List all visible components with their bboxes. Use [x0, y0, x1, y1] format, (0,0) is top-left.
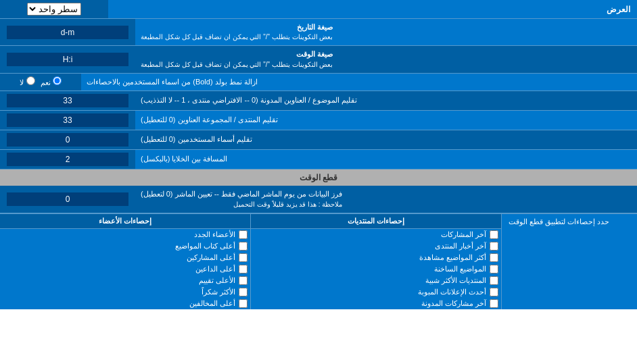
stat-member-2: أعلى كتاب المواضيع [0, 240, 250, 252]
cutoff-section-header: قطع الوقت [0, 170, 637, 186]
stat-member-3-check[interactable] [239, 253, 247, 262]
stat-forum-3: أكثر المواضيع مشاهدة [251, 252, 501, 263]
apply-label-cell: حدد إحصاءات لتطبيق قطع الوقت [502, 214, 637, 309]
forum-trim-label: تقليم المنتدى / المجموعة العناوين (0 للت… [135, 111, 637, 130]
stat-member-3: أعلى المشاركين [0, 252, 250, 263]
bold-no-radio[interactable] [26, 76, 35, 85]
stat-forum-4-check[interactable] [490, 265, 498, 274]
stat-member-1: الأعضاء الجدد [0, 229, 250, 240]
subject-trim-input-cell [0, 91, 135, 110]
bold-yes-radio[interactable] [53, 76, 62, 85]
cell-spacing-input-cell [0, 150, 135, 169]
cutoff-input[interactable] [7, 192, 128, 206]
forum-trim-input-cell [0, 111, 135, 130]
stat-forum-7-check[interactable] [490, 299, 498, 308]
stat-forum-1: آخر المشاركات [251, 229, 501, 240]
stat-forum-2-check[interactable] [490, 242, 498, 251]
stat-forum-6-check[interactable] [490, 288, 498, 296]
stat-forum-2: آخر أخبار المنتدى [251, 240, 501, 252]
stat-member-7: أعلى المخالفين [0, 298, 250, 309]
username-trim-label: تقليم أسماء المستخدمين (0 للتعطيل) [135, 130, 637, 149]
stat-forum-6: أحدث الإعلانات المبوبة [251, 286, 501, 298]
member-stats-header: إحصاءات الأعضاء [0, 214, 250, 229]
cell-spacing-input[interactable] [7, 153, 128, 166]
bold-remove-radio-cell: نعم لا [0, 74, 81, 90]
forum-stats-col: إحصاءات المنتديات آخر المشاركات آخر أخبا… [250, 214, 502, 309]
cutoff-row: فرز البيانات من يوم الماشر الماضي فقط --… [0, 186, 637, 213]
subject-trim-input[interactable] [7, 94, 128, 107]
stats-section: حدد إحصاءات لتطبيق قطع الوقت إحصاءات الم… [0, 213, 637, 309]
member-stats-col: إحصاءات الأعضاء الأعضاء الجدد أعلى كتاب … [0, 214, 250, 309]
stat-forum-1-check[interactable] [490, 230, 498, 239]
stat-member-2-check[interactable] [239, 242, 247, 251]
stat-forum-4: المواضيع الساخنة [251, 263, 501, 275]
username-trim-input-cell [0, 130, 135, 149]
bold-yes-label[interactable]: نعم [41, 76, 62, 87]
display-mode-cell: سطر واحد سطرين [0, 0, 108, 18]
stat-member-6: الأكثر شكراً [0, 286, 250, 298]
date-format-label: صيغة التاريخ بعض التكوينات يتطلب "/" الت… [135, 19, 637, 45]
date-format-input-cell [0, 19, 135, 45]
username-trim-row: تقليم أسماء المستخدمين (0 للتعطيل) [0, 130, 637, 150]
time-format-input[interactable] [7, 53, 128, 66]
cutoff-label: فرز البيانات من يوم الماشر الماضي فقط --… [135, 186, 637, 212]
cell-spacing-row: المسافة بين الخلايا (بالبكسل) [0, 150, 637, 170]
subject-trim-label: تقليم الموضوع / العناوين المدونة (0 -- ا… [135, 91, 637, 110]
time-format-row: صيغة الوقت بعض التكوينات يتطلب "/" التي … [0, 46, 637, 73]
username-trim-input[interactable] [7, 133, 128, 147]
stat-member-5: الأعلى تقييم [0, 275, 250, 286]
forum-trim-input[interactable] [7, 113, 128, 127]
top-section: العرض سطر واحد سطرين [0, 0, 637, 19]
cutoff-input-cell [0, 186, 135, 212]
forum-trim-row: تقليم المنتدى / المجموعة العناوين (0 للت… [0, 111, 637, 130]
stat-forum-7: آخر مشاركات المدونة [251, 298, 501, 309]
stat-forum-5-check[interactable] [490, 276, 498, 285]
bold-remove-row: ازالة نمط بولد (Bold) من اسماء المستخدمي… [0, 74, 637, 91]
date-format-input[interactable] [7, 26, 128, 39]
display-mode-select[interactable]: سطر واحد سطرين [27, 3, 81, 16]
time-format-input-cell [0, 46, 135, 72]
time-format-label: صيغة الوقت بعض التكوينات يتطلب "/" التي … [135, 46, 637, 72]
stat-member-5-check[interactable] [239, 276, 247, 285]
stat-member-4: أعلى الداعين [0, 263, 250, 275]
bold-no-label[interactable]: لا [20, 76, 34, 87]
stat-member-7-check[interactable] [239, 299, 247, 308]
stat-member-1-check[interactable] [239, 230, 247, 239]
stat-member-4-check[interactable] [239, 265, 247, 274]
date-format-row: صيغة التاريخ بعض التكوينات يتطلب "/" الت… [0, 19, 637, 46]
stat-forum-3-check[interactable] [490, 253, 498, 262]
stat-member-6-check[interactable] [239, 288, 247, 296]
section-title: العرض [108, 1, 637, 18]
cell-spacing-label: المسافة بين الخلايا (بالبكسل) [135, 150, 637, 169]
stat-forum-5: المنتديات الأكثر شبية [251, 275, 501, 286]
subject-trim-row: تقليم الموضوع / العناوين المدونة (0 -- ا… [0, 91, 637, 111]
forum-stats-header: إحصاءات المنتديات [251, 214, 501, 229]
bold-remove-label: ازالة نمط بولد (Bold) من اسماء المستخدمي… [81, 74, 637, 90]
